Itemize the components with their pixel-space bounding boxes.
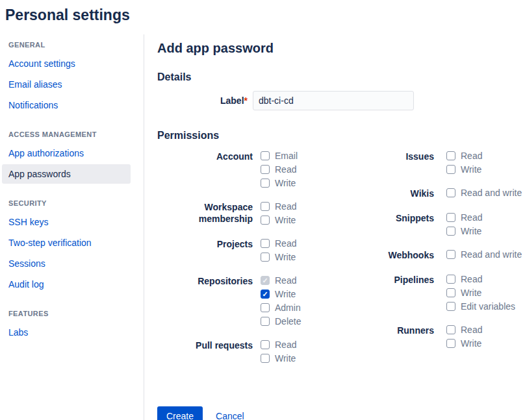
permission-group-runners: RunnersReadWrite xyxy=(372,325,525,349)
create-button[interactable]: Create xyxy=(157,406,203,420)
checkbox[interactable] xyxy=(446,275,455,284)
sidebar-item-labs[interactable]: Labs xyxy=(2,323,131,342)
checkbox-label: Write xyxy=(275,353,296,364)
permission-group-label-projects: Projects xyxy=(157,238,261,262)
checkbox[interactable] xyxy=(446,165,455,174)
permission-options-account: EmailReadWrite xyxy=(261,151,298,188)
checkbox[interactable] xyxy=(446,250,455,259)
page-title: Personal settings xyxy=(0,0,525,34)
checkbox-label: Delete xyxy=(275,316,301,327)
permission-option-webhooks-read-and-write[interactable]: Read and write xyxy=(446,249,522,260)
checkbox[interactable] xyxy=(446,288,455,297)
checkbox-label: Write xyxy=(275,289,296,299)
permission-option-pipelines-edit-variables[interactable]: Edit variables xyxy=(446,301,515,312)
checkbox[interactable] xyxy=(261,216,270,225)
sidebar-item-app-authorizations[interactable]: App authorizations xyxy=(2,143,131,163)
sidebar-item-app-passwords[interactable]: App passwords xyxy=(2,164,131,184)
checkbox-label: Read and write xyxy=(461,249,522,260)
permission-option-snippets-read[interactable]: Read xyxy=(446,212,482,223)
permission-option-projects-read[interactable]: Read xyxy=(261,238,296,249)
permission-option-pipelines-read[interactable]: Read xyxy=(446,274,515,284)
permission-group-label-wikis: Wikis xyxy=(372,188,446,199)
sidebar-item-ssh-keys[interactable]: SSH keys xyxy=(2,212,131,232)
checkbox[interactable] xyxy=(261,253,270,262)
permission-option-projects-write[interactable]: Write xyxy=(261,252,296,262)
checkbox[interactable] xyxy=(446,325,455,334)
personal-settings-page: Personal settings GENERALAccount setting… xyxy=(0,0,525,420)
permission-option-issues-write[interactable]: Write xyxy=(446,164,482,175)
checkbox-label: Write xyxy=(275,252,296,262)
checkbox-label: Admin xyxy=(275,303,301,313)
permission-options-issues: ReadWrite xyxy=(446,151,482,175)
sidebar-section-header-general: GENERAL xyxy=(8,41,144,49)
permission-option-pipelines-write[interactable]: Write xyxy=(446,288,515,298)
sidebar-item-email-aliases[interactable]: Email aliases xyxy=(2,75,131,94)
checkbox-label: Write xyxy=(461,338,481,349)
sidebar-section-header-access-management: ACCESS MANAGEMENT xyxy=(8,130,144,138)
permission-option-issues-read[interactable]: Read xyxy=(446,151,482,161)
permission-group-label-pipelines: Pipelines xyxy=(372,274,446,312)
permission-option-runners-read[interactable]: Read xyxy=(446,325,482,335)
permission-options-pipelines: ReadWriteEdit variables xyxy=(446,274,515,312)
permission-options-webhooks: Read and write xyxy=(446,249,522,261)
checkbox[interactable] xyxy=(261,303,270,312)
permission-group-label-workspace-membership: Workspace membership xyxy=(157,201,261,225)
checkbox[interactable] xyxy=(261,165,270,174)
checkbox[interactable] xyxy=(261,179,270,188)
sidebar-item-two-step-verification[interactable]: Two-step verification xyxy=(2,233,131,253)
checkbox[interactable] xyxy=(261,239,270,248)
checkbox[interactable] xyxy=(446,188,455,197)
checkbox-label: Write xyxy=(461,288,481,298)
checkbox-label: Write xyxy=(461,164,481,175)
checkbox[interactable] xyxy=(261,202,270,211)
permissions-heading: Permissions xyxy=(157,130,525,142)
permission-options-runners: ReadWrite xyxy=(446,325,482,349)
permission-option-workspace-membership-write[interactable]: Write xyxy=(261,215,296,225)
checkbox[interactable] xyxy=(446,339,455,348)
checkbox-label: Read and write xyxy=(461,188,522,198)
permission-group-label-runners: Runners xyxy=(372,325,446,349)
checkbox[interactable] xyxy=(446,302,455,311)
permission-option-pull-requests-read[interactable]: Read xyxy=(261,340,296,350)
sidebar-item-audit-log[interactable]: Audit log xyxy=(2,275,131,294)
permission-group-label-webhooks: Webhooks xyxy=(372,249,446,261)
permission-option-account-write[interactable]: Write xyxy=(261,178,298,188)
checkbox-label: Read xyxy=(275,201,296,212)
permission-option-wikis-read-and-write[interactable]: Read and write xyxy=(446,188,522,198)
sidebar-item-account-settings[interactable]: Account settings xyxy=(2,54,131,73)
checkbox[interactable] xyxy=(261,340,270,349)
checkbox[interactable] xyxy=(446,213,455,222)
permission-option-repositories-write[interactable]: Write xyxy=(261,289,301,299)
permission-group-account: AccountEmailReadWrite xyxy=(157,151,372,188)
permission-option-snippets-write[interactable]: Write xyxy=(446,226,482,236)
sidebar-item-notifications[interactable]: Notifications xyxy=(2,95,131,115)
label-text: Label xyxy=(220,95,244,106)
permission-option-account-read[interactable]: Read xyxy=(261,164,298,175)
permission-group-snippets: SnippetsReadWrite xyxy=(372,212,525,236)
permission-option-repositories-admin[interactable]: Admin xyxy=(261,303,301,313)
permission-option-pull-requests-write[interactable]: Write xyxy=(261,353,296,364)
checkbox[interactable] xyxy=(261,151,270,160)
cancel-link[interactable]: Cancel xyxy=(216,411,244,420)
checkbox[interactable] xyxy=(261,317,270,326)
checkbox[interactable] xyxy=(446,227,455,236)
checkbox[interactable] xyxy=(446,151,455,160)
checkbox-label: Read xyxy=(461,274,482,284)
checkbox-label: Read xyxy=(275,340,296,350)
permission-option-account-email[interactable]: Email xyxy=(261,151,298,161)
permissions-column-2: IssuesReadWriteWikisRead and writeSnippe… xyxy=(372,151,525,377)
permission-group-issues: IssuesReadWrite xyxy=(372,151,525,175)
checkbox[interactable] xyxy=(261,290,270,299)
label-input[interactable] xyxy=(253,91,414,110)
sidebar-item-sessions[interactable]: Sessions xyxy=(2,254,131,273)
permission-option-runners-write[interactable]: Write xyxy=(446,338,482,349)
permission-options-wikis: Read and write xyxy=(446,188,522,199)
permission-option-workspace-membership-read[interactable]: Read xyxy=(261,201,296,212)
permission-group-webhooks: WebhooksRead and write xyxy=(372,249,525,261)
permission-option-repositories-delete[interactable]: Delete xyxy=(261,316,301,327)
permissions-grid: AccountEmailReadWriteWorkspace membershi… xyxy=(157,151,525,377)
permission-options-pull-requests: ReadWrite xyxy=(261,340,296,364)
form-actions: Create Cancel xyxy=(157,406,525,420)
checkbox xyxy=(261,276,270,285)
checkbox[interactable] xyxy=(261,354,270,363)
